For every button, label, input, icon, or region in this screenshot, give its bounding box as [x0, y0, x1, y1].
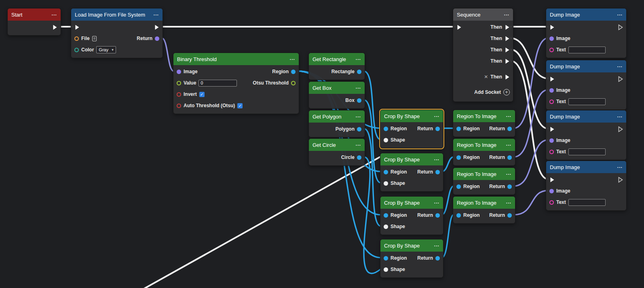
node-menu-icon[interactable]: •••: [617, 13, 623, 17]
polygon-output-socket[interactable]: [357, 127, 361, 131]
node-dump-image-2[interactable]: Dump Image ••• Image Text: [546, 60, 627, 110]
return-output-socket[interactable]: [435, 213, 440, 218]
exec-in-socket[interactable]: [549, 76, 555, 82]
value-input[interactable]: [198, 80, 237, 87]
node-crop-by-shape-1[interactable]: Crop By Shape ••• Region Return Shape: [380, 110, 443, 148]
node-binary-threshold[interactable]: Binary Threshold ••• Image Region Value …: [173, 53, 299, 114]
region-input-socket[interactable]: [456, 184, 461, 189]
node-header[interactable]: Region To Image •••: [453, 139, 515, 151]
add-socket-icon[interactable]: +: [503, 89, 510, 95]
node-crop-by-shape-2[interactable]: Crop By Shape ••• Region Return Shape: [380, 153, 443, 192]
exec-in-socket[interactable]: [549, 126, 555, 132]
node-header[interactable]: Get Rectangle •••: [309, 53, 365, 65]
exec-in-socket[interactable]: [456, 24, 462, 30]
node-menu-icon[interactable]: •••: [434, 201, 439, 205]
shape-input-socket[interactable]: [384, 138, 388, 142]
node-menu-icon[interactable]: •••: [506, 143, 511, 147]
image-input-socket[interactable]: [549, 88, 554, 93]
region-input-socket[interactable]: [456, 127, 461, 131]
region-input-socket[interactable]: [456, 213, 461, 218]
then-exec-out-socket[interactable]: [505, 58, 510, 64]
node-sequence[interactable]: Sequence ••• Then Then Then Then: [453, 8, 513, 102]
shape-input-socket[interactable]: [384, 267, 388, 272]
node-menu-icon[interactable]: •••: [434, 114, 439, 118]
then-exec-out-socket[interactable]: [505, 74, 510, 80]
remove-socket-icon[interactable]: ✕: [484, 74, 488, 80]
exec-out-socket[interactable]: [618, 126, 623, 132]
image-input-socket[interactable]: [549, 189, 554, 193]
node-region-to-image-3[interactable]: Region To Image ••• Region Return: [453, 167, 515, 195]
node-menu-icon[interactable]: •••: [506, 114, 511, 118]
box-output-socket[interactable]: [357, 98, 361, 103]
exec-in-socket[interactable]: [549, 24, 555, 30]
node-menu-icon[interactable]: •••: [290, 57, 295, 61]
image-input-socket[interactable]: [549, 36, 554, 41]
node-header[interactable]: Crop By Shape •••: [380, 110, 443, 122]
color-select[interactable]: Gray ▾: [96, 46, 116, 53]
node-header[interactable]: Region To Image •••: [453, 110, 515, 122]
then-exec-out-socket[interactable]: [505, 47, 510, 53]
node-crop-by-shape-4[interactable]: Crop By Shape ••• Region Return Shape: [380, 239, 443, 278]
circle-output-socket[interactable]: [357, 155, 361, 160]
then-exec-out-socket[interactable]: [505, 24, 510, 30]
node-editor-canvas[interactable]: Start ••• Load Image From File System ••…: [0, 0, 644, 288]
node-get-box[interactable]: Get Box ••• Box: [308, 81, 365, 109]
return-output-socket[interactable]: [435, 256, 440, 260]
region-input-socket[interactable]: [384, 170, 388, 174]
node-header[interactable]: Get Circle •••: [309, 139, 365, 151]
node-header[interactable]: Sequence •••: [453, 8, 513, 21]
node-header[interactable]: Load Image From File System •••: [71, 8, 163, 21]
node-menu-icon[interactable]: •••: [356, 115, 361, 119]
text-input-socket[interactable]: [549, 48, 554, 52]
node-menu-icon[interactable]: •••: [434, 244, 439, 248]
node-menu-icon[interactable]: •••: [356, 57, 361, 61]
region-input-socket[interactable]: [456, 155, 461, 160]
node-dump-image-4[interactable]: Dump Image ••• Image Text: [546, 161, 627, 211]
node-menu-icon[interactable]: •••: [506, 172, 511, 176]
region-input-socket[interactable]: [384, 127, 388, 131]
region-input-socket[interactable]: [384, 256, 388, 260]
text-input-socket[interactable]: [549, 100, 554, 104]
return-output-socket[interactable]: [507, 213, 512, 218]
text-input-socket[interactable]: [549, 150, 554, 154]
node-menu-icon[interactable]: •••: [356, 143, 361, 147]
then-exec-out-socket[interactable]: [505, 36, 510, 42]
region-output-socket[interactable]: [291, 70, 296, 74]
return-output-socket[interactable]: [435, 170, 440, 174]
file-input-socket[interactable]: [74, 36, 79, 41]
file-icon[interactable]: [92, 36, 97, 41]
exec-in-socket[interactable]: [74, 24, 80, 30]
node-header[interactable]: Start •••: [8, 8, 61, 21]
return-output-socket[interactable]: [435, 127, 440, 131]
exec-out-socket[interactable]: [618, 177, 623, 183]
node-header[interactable]: Get Box •••: [309, 82, 365, 94]
text-input-socket[interactable]: [549, 200, 554, 205]
node-header[interactable]: Dump Image •••: [546, 8, 626, 21]
exec-out-socket[interactable]: [618, 76, 623, 82]
node-menu-icon[interactable]: •••: [617, 65, 623, 68]
otsu-threshold-output-socket[interactable]: [291, 81, 296, 85]
return-output-socket[interactable]: [507, 184, 512, 189]
color-input-socket[interactable]: [74, 48, 79, 52]
text-input[interactable]: [568, 47, 606, 53]
node-region-to-image-4[interactable]: Region To Image ••• Region Return: [453, 196, 515, 224]
node-header[interactable]: Region To Image •••: [453, 168, 515, 180]
node-menu-icon[interactable]: •••: [506, 201, 511, 205]
node-menu-icon[interactable]: •••: [52, 13, 57, 17]
node-region-to-image-2[interactable]: Region To Image ••• Region Return: [453, 138, 515, 166]
node-header[interactable]: Binary Threshold •••: [173, 53, 299, 65]
node-menu-icon[interactable]: •••: [617, 115, 623, 119]
node-header[interactable]: Dump Image •••: [546, 110, 626, 123]
exec-in-socket[interactable]: [549, 177, 555, 183]
value-input-socket[interactable]: [177, 81, 181, 85]
node-crop-by-shape-3[interactable]: Crop By Shape ••• Region Return Shape: [380, 196, 443, 235]
node-load-image[interactable]: Load Image From File System ••• File Ret…: [71, 8, 163, 58]
node-header[interactable]: Dump Image •••: [546, 161, 626, 173]
node-header[interactable]: Crop By Shape •••: [380, 197, 443, 209]
image-input-socket[interactable]: [549, 138, 554, 143]
return-output-socket[interactable]: [507, 155, 512, 160]
node-header[interactable]: Crop By Shape •••: [380, 153, 443, 165]
node-get-circle[interactable]: Get Circle ••• Circle: [308, 138, 365, 166]
node-header[interactable]: Get Polygon •••: [309, 110, 365, 123]
node-menu-icon[interactable]: •••: [434, 158, 439, 161]
